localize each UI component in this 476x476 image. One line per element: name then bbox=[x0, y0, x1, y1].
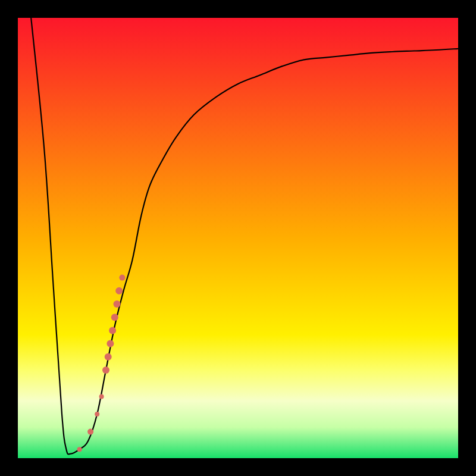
data-marker bbox=[105, 353, 112, 361]
data-marker bbox=[102, 367, 109, 374]
data-marker bbox=[107, 340, 114, 347]
data-marker bbox=[99, 394, 104, 399]
bottleneck-chart bbox=[18, 18, 458, 458]
data-marker bbox=[115, 287, 123, 295]
data-marker bbox=[87, 429, 93, 435]
data-marker bbox=[77, 447, 82, 452]
data-marker bbox=[95, 412, 99, 416]
data-marker bbox=[111, 314, 118, 321]
data-marker bbox=[114, 300, 121, 308]
data-marker bbox=[109, 327, 116, 334]
plot-frame bbox=[0, 0, 476, 476]
data-marker bbox=[119, 275, 125, 281]
